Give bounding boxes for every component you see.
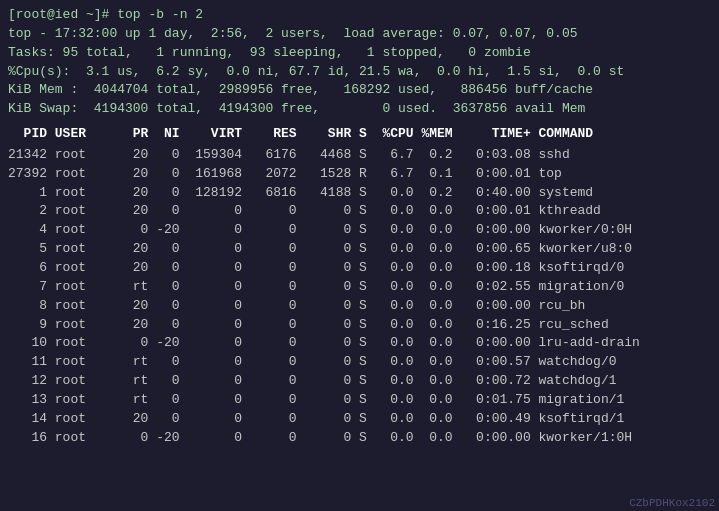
table-row: 9 root 20 0 0 0 0 S 0.0 0.0 0:16.25 rcu_… — [8, 316, 711, 335]
terminal-window: [root@ied ~]# top -b -n 2 top - 17:32:00… — [0, 0, 719, 511]
table-row: 6 root 20 0 0 0 0 S 0.0 0.0 0:00.18 ksof… — [8, 259, 711, 278]
watermark: CZbPDHKox2102 — [629, 497, 715, 509]
table-row: 8 root 20 0 0 0 0 S 0.0 0.0 0:00.00 rcu_… — [8, 297, 711, 316]
process-table: 21342 root 20 0 159304 6176 4468 S 6.7 0… — [8, 146, 711, 448]
table-row: 10 root 0 -20 0 0 0 S 0.0 0.0 0:00.00 lr… — [8, 334, 711, 353]
header-line5: KiB Swap: 4194300 total, 4194300 free, 0… — [8, 100, 711, 119]
table-row: 4 root 0 -20 0 0 0 S 0.0 0.0 0:00.00 kwo… — [8, 221, 711, 240]
header-line3: %Cpu(s): 3.1 us, 6.2 sy, 0.0 ni, 67.7 id… — [8, 63, 711, 82]
table-row: 5 root 20 0 0 0 0 S 0.0 0.0 0:00.65 kwor… — [8, 240, 711, 259]
table-row: 14 root 20 0 0 0 0 S 0.0 0.0 0:00.49 kso… — [8, 410, 711, 429]
table-row: 1 root 20 0 128192 6816 4188 S 0.0 0.2 0… — [8, 184, 711, 203]
table-header: PID USER PR NI VIRT RES SHR S %CPU %MEM … — [8, 125, 711, 144]
header-line4: KiB Mem : 4044704 total, 2989956 free, 1… — [8, 81, 711, 100]
table-row: 21342 root 20 0 159304 6176 4468 S 6.7 0… — [8, 146, 711, 165]
prompt-line: [root@ied ~]# top -b -n 2 — [8, 6, 711, 25]
header-line2: Tasks: 95 total, 1 running, 93 sleeping,… — [8, 44, 711, 63]
table-row: 12 root rt 0 0 0 0 S 0.0 0.0 0:00.72 wat… — [8, 372, 711, 391]
table-row: 16 root 0 -20 0 0 0 S 0.0 0.0 0:00.00 kw… — [8, 429, 711, 448]
table-row: 11 root rt 0 0 0 0 S 0.0 0.0 0:00.57 wat… — [8, 353, 711, 372]
header-line1: top - 17:32:00 up 1 day, 2:56, 2 users, … — [8, 25, 711, 44]
table-row: 27392 root 20 0 161968 2072 1528 R 6.7 0… — [8, 165, 711, 184]
table-row: 2 root 20 0 0 0 0 S 0.0 0.0 0:00.01 kthr… — [8, 202, 711, 221]
table-row: 7 root rt 0 0 0 0 S 0.0 0.0 0:02.55 migr… — [8, 278, 711, 297]
table-row: 13 root rt 0 0 0 0 S 0.0 0.0 0:01.75 mig… — [8, 391, 711, 410]
